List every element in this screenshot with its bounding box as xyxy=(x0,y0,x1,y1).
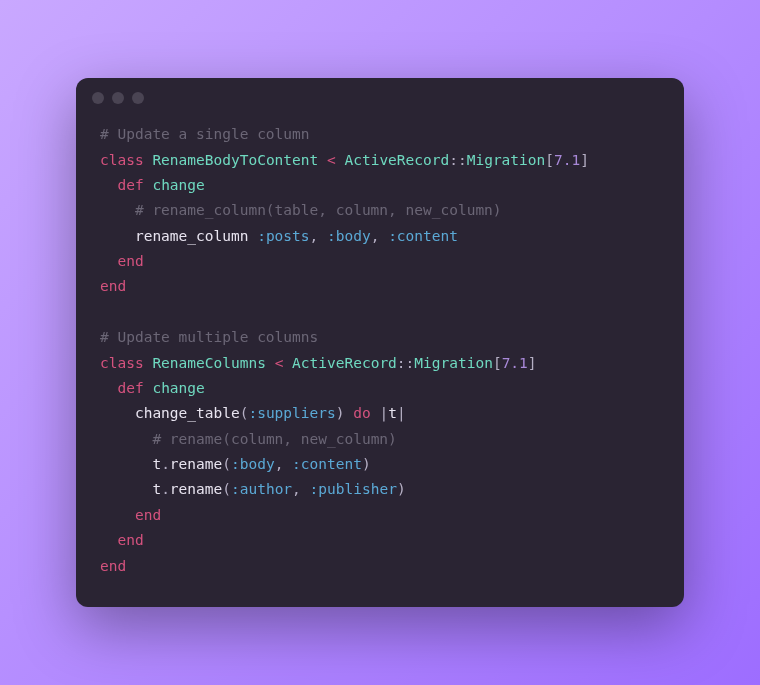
code-keyword: end xyxy=(135,507,161,523)
code-ident: rename_column xyxy=(135,228,249,244)
code-punct: ) xyxy=(362,456,371,472)
window-dot-minimize-icon xyxy=(112,92,124,104)
code-symbol: :content xyxy=(388,228,458,244)
code-pipe: | xyxy=(379,405,388,421)
code-ident: rename xyxy=(170,456,222,472)
code-keyword: do xyxy=(353,405,370,421)
code-var: t xyxy=(152,481,161,497)
code-ident: rename xyxy=(170,481,222,497)
code-symbol: :publisher xyxy=(310,481,397,497)
code-keyword: def xyxy=(117,380,143,396)
code-punct: , xyxy=(275,456,284,472)
code-punct: ] xyxy=(580,152,589,168)
code-comment: # rename(column, new_column) xyxy=(152,431,396,447)
window-dot-zoom-icon xyxy=(132,92,144,104)
code-comment: # rename_column(table, column, new_colum… xyxy=(135,202,502,218)
code-punct: , xyxy=(310,228,319,244)
code-ident: change_table xyxy=(135,405,240,421)
code-var: t xyxy=(152,456,161,472)
code-punct: ) xyxy=(336,405,345,421)
code-const: Migration xyxy=(414,355,493,371)
code-comment: # Update a single column xyxy=(100,126,310,142)
code-const: Migration xyxy=(467,152,546,168)
code-operator: < xyxy=(327,152,336,168)
code-symbol: :author xyxy=(231,481,292,497)
code-method: change xyxy=(152,380,204,396)
code-number: 7.1 xyxy=(554,152,580,168)
code-keyword: end xyxy=(117,253,143,269)
code-method: change xyxy=(152,177,204,193)
code-symbol: :posts xyxy=(257,228,309,244)
code-symbol: :suppliers xyxy=(248,405,335,421)
code-keyword: end xyxy=(117,532,143,548)
code-block: # Update a single column class RenameBod… xyxy=(76,112,684,607)
code-punct: , xyxy=(371,228,380,244)
code-punct: , xyxy=(292,481,301,497)
code-symbol: :body xyxy=(231,456,275,472)
window-titlebar xyxy=(76,78,684,112)
code-punct: . xyxy=(161,456,170,472)
code-keyword: def xyxy=(117,177,143,193)
code-classname: RenameColumns xyxy=(152,355,266,371)
code-keyword: class xyxy=(100,355,144,371)
code-punct: . xyxy=(161,481,170,497)
code-comment: # Update multiple columns xyxy=(100,329,318,345)
code-punct: ] xyxy=(528,355,537,371)
code-punct: :: xyxy=(397,355,414,371)
code-punct: ) xyxy=(397,481,406,497)
code-classname: RenameBodyToContent xyxy=(152,152,318,168)
code-punct: ( xyxy=(222,456,231,472)
code-number: 7.1 xyxy=(502,355,528,371)
code-keyword: class xyxy=(100,152,144,168)
code-var: t xyxy=(388,405,397,421)
code-const: ActiveRecord xyxy=(344,152,449,168)
code-keyword: end xyxy=(100,558,126,574)
code-punct: [ xyxy=(493,355,502,371)
code-symbol: :body xyxy=(327,228,371,244)
code-operator: < xyxy=(275,355,284,371)
code-punct: ( xyxy=(222,481,231,497)
window-dot-close-icon xyxy=(92,92,104,104)
code-punct: [ xyxy=(545,152,554,168)
code-punct: :: xyxy=(449,152,466,168)
code-keyword: end xyxy=(100,278,126,294)
code-window: # Update a single column class RenameBod… xyxy=(76,78,684,607)
code-symbol: :content xyxy=(292,456,362,472)
code-const: ActiveRecord xyxy=(292,355,397,371)
code-pipe: | xyxy=(397,405,406,421)
